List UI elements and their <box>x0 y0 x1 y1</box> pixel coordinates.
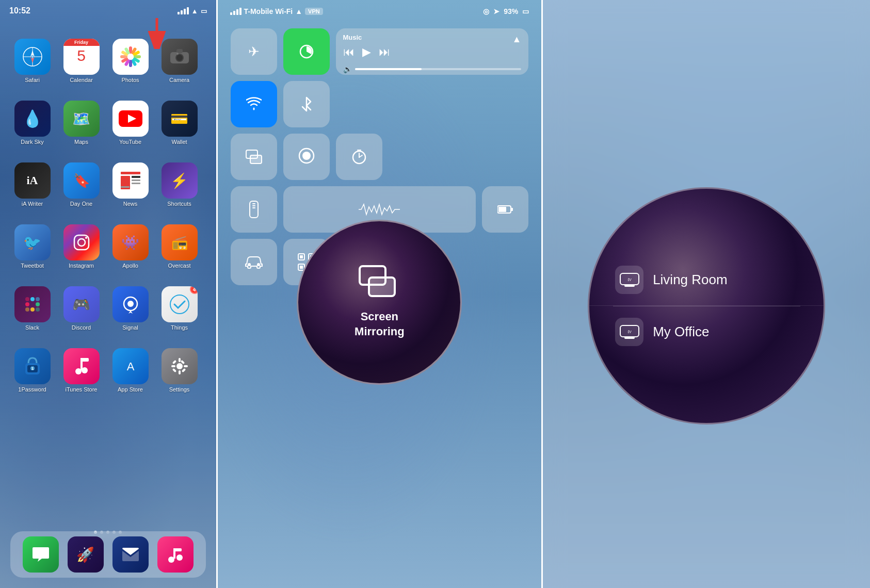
app-maps[interactable]: 🗺️ Maps <box>59 88 103 145</box>
news-icon <box>112 162 149 199</box>
svg-rect-83 <box>511 208 513 211</box>
settings-icon <box>162 348 198 384</box>
svg-rect-43 <box>25 307 29 312</box>
slack-label: Slack <box>25 324 39 331</box>
timer-tile[interactable] <box>336 134 382 180</box>
app-dayone[interactable]: 🔖 Day One <box>59 150 103 207</box>
app-youtube[interactable]: YouTube <box>108 88 152 145</box>
music-label: Music <box>343 34 362 41</box>
app-tweetbot[interactable]: 🐦 Tweetbot <box>10 212 54 269</box>
volume-control: 🔉 <box>343 59 522 73</box>
1password-icon: 1 <box>14 348 51 384</box>
fast-forward-button[interactable]: ⏭ <box>379 45 390 59</box>
messages-icon <box>23 536 59 573</box>
app-apollo[interactable]: 👾 Apollo <box>108 212 152 269</box>
app-discord[interactable]: 🎮 Discord <box>59 274 103 331</box>
remote-tile[interactable] <box>231 186 277 233</box>
battery-tile[interactable] <box>482 186 528 233</box>
my-office-label: My Office <box>653 324 709 340</box>
volume-slider[interactable] <box>355 68 522 70</box>
wallet-icon: 💳 <box>162 101 198 137</box>
tweetbot-label: Tweetbot <box>21 263 44 269</box>
svg-point-22 <box>176 55 183 61</box>
instagram-icon <box>63 224 100 260</box>
carplay-tile[interactable] <box>231 239 277 285</box>
airplay-option-living-room[interactable]: tv Living Room <box>589 254 824 306</box>
svg-rect-71 <box>250 155 262 164</box>
svg-rect-40 <box>36 302 40 306</box>
red-arrow <box>147 18 167 54</box>
play-button[interactable]: ▶ <box>362 45 371 59</box>
battery-icon: ▭ <box>201 7 207 15</box>
svg-rect-59 <box>171 365 175 367</box>
svg-text:tv: tv <box>627 276 632 282</box>
svg-rect-42 <box>30 307 35 312</box>
location-arrow-icon: ➤ <box>493 7 500 15</box>
record-tile[interactable] <box>283 134 330 180</box>
app-darksky[interactable]: 💧 Dark Sky <box>10 88 54 145</box>
mirroring-icon-wrapper <box>359 265 400 303</box>
overcast-label: Overcast <box>168 263 190 269</box>
svg-rect-88 <box>300 255 303 258</box>
svg-rect-62 <box>181 368 185 372</box>
app-signal[interactable]: Signal <box>108 274 152 331</box>
calendar-header-day: Friday <box>63 39 100 46</box>
music-tile[interactable]: Music ▲ ⏮ ▶ ⏭ 🔉 <box>336 28 529 75</box>
app-calendar[interactable]: Friday 5 Calendar <box>59 26 103 83</box>
airplane-mode-tile[interactable]: ✈ <box>231 28 277 75</box>
battery-percent: 93% <box>504 7 518 15</box>
darksky-label: Dark Sky <box>21 139 44 145</box>
itunes-icon <box>63 348 100 384</box>
screen-mirror-tile[interactable] <box>231 134 277 180</box>
things-label: Things <box>171 324 188 331</box>
screen-mirroring-circle[interactable]: ScreenMirroring <box>297 220 462 385</box>
music-header: Music ▲ <box>343 34 522 45</box>
app-shortcuts[interactable]: ⚡ Shortcuts <box>157 150 201 207</box>
airplay-option-my-office[interactable]: tv My Office <box>589 306 824 357</box>
app-settings[interactable]: Settings <box>157 336 201 393</box>
cc-row-2 <box>231 134 529 180</box>
bluetooth-tile[interactable] <box>283 81 330 127</box>
app-overcast[interactable]: 📻 Overcast <box>157 212 201 269</box>
calendar-icon: Friday 5 <box>63 39 100 75</box>
app-itunes[interactable]: iTunes Store <box>59 336 103 393</box>
iawriter-icon: iA <box>14 162 51 199</box>
rewind-button[interactable]: ⏮ <box>343 45 355 59</box>
dock-messages[interactable] <box>23 536 59 573</box>
app-wallet[interactable]: 💳 Wallet <box>157 88 201 145</box>
svg-rect-79 <box>252 203 255 204</box>
app-things[interactable]: 4 Things <box>157 274 201 331</box>
app-appstore[interactable]: A App Store <box>108 336 152 393</box>
photos-label: Photos <box>121 77 139 83</box>
dayone-icon: 🔖 <box>63 162 100 199</box>
svg-rect-39 <box>36 297 40 301</box>
things-icon: 4 <box>162 286 198 322</box>
airplay-music-icon[interactable]: ▲ <box>512 34 521 45</box>
app-iawriter[interactable]: iA iA Writer <box>10 150 54 207</box>
svg-rect-58 <box>179 370 181 374</box>
dock-music[interactable] <box>157 536 194 573</box>
svg-point-34 <box>78 239 85 246</box>
dayone-label: Day One <box>70 201 92 207</box>
cc-row-1: ✈ <box>231 28 529 127</box>
app-photos[interactable]: Photos <box>108 26 152 83</box>
cc-status-bar: T-Mobile Wi-Fi ▲ VPN ◎ ➤ 93% ▭ <box>218 0 542 21</box>
app-instagram[interactable]: Instagram <box>59 212 103 269</box>
app-safari[interactable]: Safari <box>10 26 54 83</box>
signal-icon <box>178 7 189 14</box>
spark-icon <box>112 536 149 573</box>
app-1password[interactable]: 1 1Password <box>10 336 54 393</box>
carrier-name: T-Mobile Wi-Fi <box>244 7 293 15</box>
darksky-icon: 💧 <box>14 101 51 137</box>
wifi-tile[interactable] <box>231 81 277 127</box>
rocket-icon: 🚀 <box>68 536 104 573</box>
cellular-tile[interactable] <box>283 28 330 75</box>
dock-spark[interactable] <box>112 536 149 573</box>
svg-rect-80 <box>252 205 255 206</box>
control-center-panel: T-Mobile Wi-Fi ▲ VPN ◎ ➤ 93% ▭ ✈ <box>218 0 542 588</box>
cc-signal-icon <box>230 8 241 15</box>
app-slack[interactable]: Slack <box>10 274 54 331</box>
app-news[interactable]: News <box>108 150 152 207</box>
svg-rect-84 <box>498 207 506 212</box>
dock-rocket[interactable]: 🚀 <box>68 536 104 573</box>
